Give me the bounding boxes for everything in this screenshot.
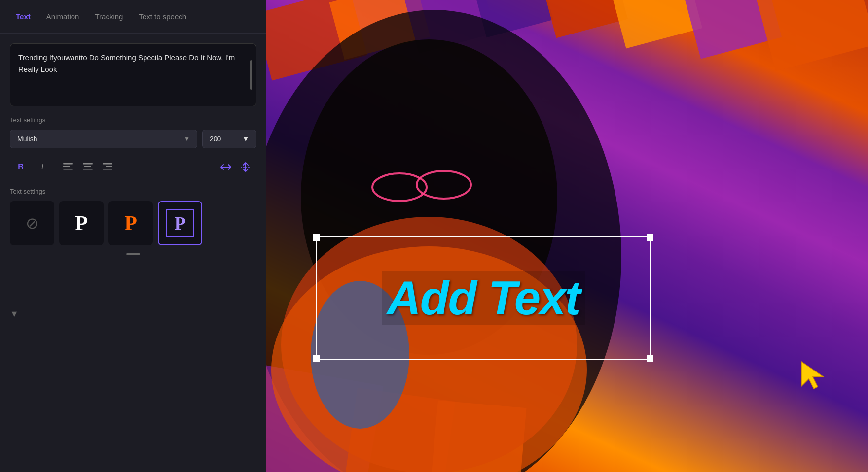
plain-p-label: P (75, 211, 88, 235)
letter-spacing-button[interactable] (217, 158, 235, 176)
svg-marker-18 (801, 362, 824, 389)
svg-rect-25 (103, 163, 112, 165)
font-select[interactable]: Mulish ▼ (10, 130, 197, 148)
svg-rect-22 (83, 163, 93, 165)
handle-bottom-right[interactable] (647, 355, 653, 362)
panel-collapse-arrow[interactable]: ▼ (10, 309, 19, 319)
svg-rect-21 (63, 169, 73, 170)
tab-tracking[interactable]: Tracking (87, 8, 131, 25)
bold-button[interactable]: B (12, 158, 30, 176)
style-card-purple[interactable]: P (158, 201, 202, 245)
svg-rect-27 (103, 169, 112, 170)
orange-p-label: P (124, 211, 137, 235)
cursor-arrow (799, 359, 829, 393)
style-cards-row: ⊘ P P P (10, 201, 256, 245)
text-input-container[interactable]: Trending Ifyouwantto Do Something Specil… (10, 43, 256, 106)
left-panel: Text Animation Tracking Text to speech T… (0, 0, 266, 472)
tab-animation[interactable]: Animation (38, 8, 87, 25)
font-chevron-icon: ▼ (184, 135, 190, 142)
style-card-orange[interactable]: P (108, 201, 153, 245)
scroll-dot (126, 253, 140, 255)
line-height-button[interactable] (237, 158, 254, 176)
canvas-area[interactable]: Add Text (261, 0, 868, 472)
scroll-dots (10, 245, 256, 257)
no-style-icon: ⊘ (26, 214, 39, 233)
svg-rect-26 (106, 166, 112, 168)
font-size-value: 200 (210, 135, 221, 143)
tabs-bar: Text Animation Tracking Text to speech (0, 0, 266, 34)
svg-rect-24 (83, 169, 93, 170)
text-input[interactable]: Trending Ifyouwantto Do Something Specil… (18, 52, 248, 96)
align-right-button[interactable] (99, 158, 116, 176)
panel-content: Trending Ifyouwantto Do Something Specil… (0, 34, 266, 472)
svg-rect-23 (84, 166, 91, 168)
scroll-indicator (250, 60, 252, 90)
font-select-value: Mulish (17, 135, 37, 143)
tab-text[interactable]: Text (8, 8, 38, 25)
text-settings-label: Text settings (10, 116, 256, 124)
svg-rect-20 (63, 166, 70, 168)
style-card-plain[interactable]: P (59, 201, 104, 245)
italic-button[interactable]: I (34, 158, 51, 176)
purple-border-box: P (166, 209, 194, 237)
handle-top-left[interactable] (313, 234, 320, 241)
svg-rect-19 (63, 163, 73, 165)
purple-p-label: P (174, 212, 185, 234)
handle-top-right[interactable] (647, 234, 653, 241)
align-group (59, 158, 116, 176)
align-center-button[interactable] (79, 158, 97, 176)
text-selection-box[interactable]: Add Text (316, 236, 651, 360)
font-size-select[interactable]: 200 ▼ (202, 130, 256, 148)
align-left-button[interactable] (59, 158, 77, 176)
font-row: Mulish ▼ 200 ▼ (10, 130, 256, 148)
size-chevron-icon: ▼ (242, 135, 249, 143)
spacing-group (217, 158, 254, 176)
format-row: B I (10, 158, 256, 176)
add-text-label: Add Text (382, 271, 584, 325)
text-settings-section2: Text settings ⊘ P P P (10, 188, 256, 245)
text-settings2-label: Text settings (10, 188, 256, 195)
handle-bottom-left[interactable] (313, 355, 320, 362)
style-card-none[interactable]: ⊘ (10, 201, 54, 245)
person-silhouette (261, 0, 868, 472)
tab-tts[interactable]: Text to speech (131, 8, 194, 25)
